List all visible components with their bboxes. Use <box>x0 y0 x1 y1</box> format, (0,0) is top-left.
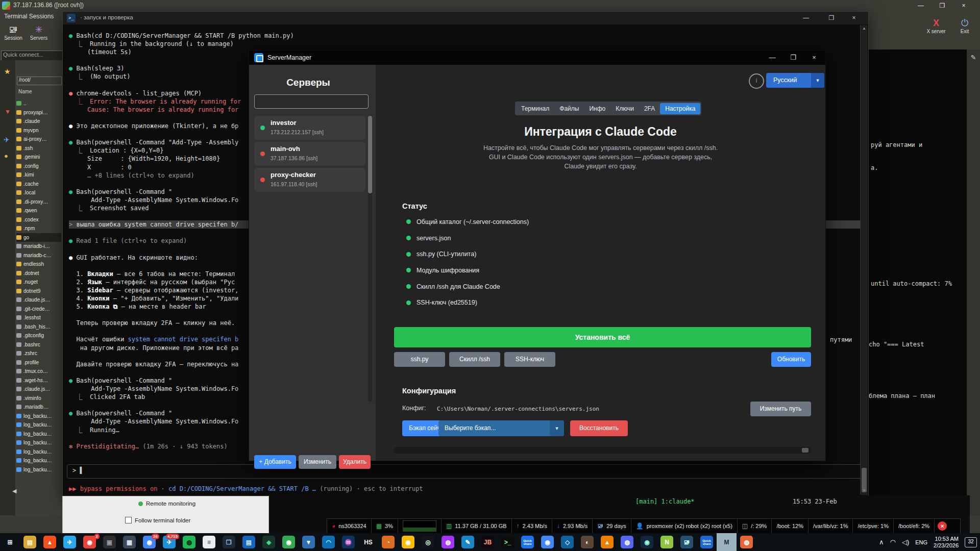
mobaxterm-menubar[interactable]: Terminal Sessions <box>0 11 62 23</box>
tree-item[interactable]: .lesshst <box>16 313 61 322</box>
taskbar-icon-chrome-profile[interactable]: ◉2 <box>80 533 100 551</box>
tree-item[interactable]: proxyapi… <box>16 108 61 117</box>
tree-item[interactable]: .dotnet <box>16 269 61 278</box>
taskbar-icon-chrome-secondary[interactable]: ◉ <box>279 533 299 551</box>
session-toolbar-button[interactable]: 🖳 Session <box>1 24 26 41</box>
horizontal-scrollbar[interactable] <box>394 447 811 454</box>
server-card-main-ovh[interactable]: main-ovh37.187.136.86 [ssh] <box>254 142 365 166</box>
sm-minimize-button[interactable]: — <box>762 51 782 65</box>
server-card-investor[interactable]: investor173.212.212.157 [ssh] <box>254 116 365 140</box>
tab-Инфо[interactable]: Инфо <box>584 103 610 114</box>
tree-item[interactable]: .claude <box>16 117 61 126</box>
x-server-button[interactable]: X X server <box>924 17 948 34</box>
terminal-close-button[interactable]: × <box>843 12 865 24</box>
tree-item[interactable]: .bash_his… <box>16 322 61 332</box>
taskbar-icon-blue-folder[interactable]: ▤ <box>239 533 259 551</box>
sidebar-collapse-arrow[interactable]: ◀ <box>12 488 16 494</box>
taskbar-icon-paint[interactable]: ✎ <box>458 533 478 551</box>
tray-close-button[interactable]: × <box>938 521 947 531</box>
terminal-maximize-button[interactable]: ❐ <box>820 12 843 24</box>
tree-item[interactable]: .mariadb… <box>16 403 61 412</box>
server-search-input[interactable] <box>254 94 369 109</box>
clock[interactable]: 10:53 AM 2/23/2026 <box>934 536 959 549</box>
window-minimize-button[interactable]: — <box>912 1 929 10</box>
speaker-icon[interactable]: ◁) <box>902 538 909 546</box>
chevron-down-icon[interactable]: ▾ <box>811 73 824 88</box>
window-close-button[interactable]: × <box>955 1 972 10</box>
pencil-icon[interactable]: ✎ <box>967 49 980 61</box>
tree-item[interactable]: .git-crede… <box>16 305 61 314</box>
scroll-down-arrow[interactable]: ▼ <box>862 488 867 493</box>
skill-ssh-button[interactable]: Скилл /ssh <box>449 352 500 367</box>
quick-connect-input[interactable]: Quick connect... <box>1 51 63 61</box>
taskbar-icon-pycharm[interactable]: ◆ <box>259 533 279 551</box>
change-path-button[interactable]: Изменить путь <box>750 402 811 416</box>
tree-item[interactable]: log_backu… <box>16 447 61 457</box>
taskbar-icon-gimp[interactable]: ◐ <box>577 533 597 551</box>
taskbar-icon-obs-studio[interactable]: ◎ <box>418 533 438 551</box>
tree-item[interactable]: .codex <box>16 215 61 224</box>
tree-path-input[interactable]: /root/ <box>17 77 62 85</box>
sm-maximize-button[interactable]: ❐ <box>783 51 803 65</box>
taskbar-icon-calculator[interactable]: ▦ <box>119 533 139 551</box>
tree-item[interactable]: .claude.js… <box>16 295 61 305</box>
tree-item[interactable]: .claude.js… <box>16 385 61 394</box>
taskbar-icon-notepad[interactable]: ≡ <box>199 533 219 551</box>
taskbar-icon-edge[interactable]: ◠ <box>318 533 338 551</box>
taskbar-icon-steam[interactable]: ◉ <box>637 533 657 551</box>
terminal-scrollbar[interactable]: ▲ ▼ <box>860 25 868 495</box>
refresh-button[interactable]: Обновить <box>771 352 811 367</box>
pin-icon[interactable]: ▼ <box>5 108 11 115</box>
tab-Настройка[interactable]: Настройка <box>660 103 700 114</box>
follow-terminal-folder-checkbox[interactable]: Follow terminal folder <box>125 517 190 523</box>
tree-item[interactable]: .gitconfig <box>16 331 61 340</box>
wifi-icon[interactable]: ◠ <box>890 538 896 546</box>
taskbar-icon-intellij[interactable]: JB <box>478 533 498 551</box>
taskbar-icon-hs-app[interactable]: HS <box>358 533 378 551</box>
taskbar-icon-chrome-work[interactable]: ◉ <box>537 533 557 551</box>
checkbox-icon[interactable] <box>125 517 132 523</box>
taskbar-icon-mobaxterm[interactable]: M <box>717 533 737 551</box>
taskbar-icon-quick-share-2[interactable]: Quick share <box>697 533 717 551</box>
tree-item[interactable]: go <box>16 233 61 242</box>
taskbar-icon-chrome[interactable]: ◉26 <box>139 533 159 551</box>
tab-2FA[interactable]: 2FA <box>639 103 660 114</box>
tree-item[interactable]: .profile <box>16 358 61 367</box>
terminal-prompt-box[interactable]: > ▌ <box>67 464 862 479</box>
taskbar-icon-telegram[interactable]: ✈ <box>60 533 80 551</box>
tree-item[interactable]: log_backu… <box>16 420 61 430</box>
delete-server-button[interactable]: Удалить <box>339 455 371 469</box>
exit-button[interactable]: ⏻ Exit <box>952 17 977 34</box>
restore-button[interactable]: Восстановить <box>570 420 628 436</box>
tree-item[interactable]: .bashrc <box>16 340 61 349</box>
taskbar-icon-docker[interactable]: ♒ <box>338 533 358 551</box>
tree-item[interactable]: mariadb-c… <box>16 251 61 260</box>
server-list-scrollbar[interactable] <box>368 116 372 402</box>
taskbar-icon-qbittorrent[interactable]: ▼ <box>299 533 318 551</box>
favorites-star-icon[interactable]: ★ <box>4 67 11 76</box>
taskbar-icon-terminal-app[interactable]: >_ <box>498 533 518 551</box>
taskbar-icon-discord[interactable]: ◍ <box>617 533 637 551</box>
tree-name-header[interactable]: Name <box>18 89 32 94</box>
tree-item[interactable]: log_backu… <box>16 465 61 474</box>
taskbar-icon-multi-window[interactable]: ❒ <box>219 533 239 551</box>
terminal-minimize-button[interactable]: — <box>795 12 817 24</box>
yellow-ball-icon[interactable]: ● <box>4 152 8 160</box>
taskbar-icon-notepad-plus[interactable]: N <box>657 533 677 551</box>
notification-center-button[interactable]: 32 <box>965 537 977 547</box>
tree-item[interactable]: mariadb-i… <box>16 242 61 251</box>
add-server-button[interactable]: + Добавить <box>254 455 296 469</box>
taskbar-icon-firefox[interactable]: ◔ <box>378 533 398 551</box>
tree-item[interactable]: .local <box>16 188 61 197</box>
servers-toolbar-button[interactable]: ✳ Servers <box>27 24 51 41</box>
paper-plane-icon[interactable]: ✈ <box>4 136 10 144</box>
tree-item[interactable]: .nuget <box>16 278 61 287</box>
tree-item[interactable]: myvpn <box>16 126 61 135</box>
tree-item[interactable]: dotnet9 <box>16 287 61 296</box>
sm-close-button[interactable]: × <box>804 51 824 65</box>
install-all-button[interactable]: Установить всё <box>394 327 811 347</box>
taskbar-icon-chrome-canary[interactable]: ◉ <box>398 533 418 551</box>
tree-item[interactable]: .kimi <box>16 170 61 180</box>
tab-Терминал[interactable]: Терминал <box>516 103 554 114</box>
tree-item[interactable]: .gemini <box>16 153 61 162</box>
